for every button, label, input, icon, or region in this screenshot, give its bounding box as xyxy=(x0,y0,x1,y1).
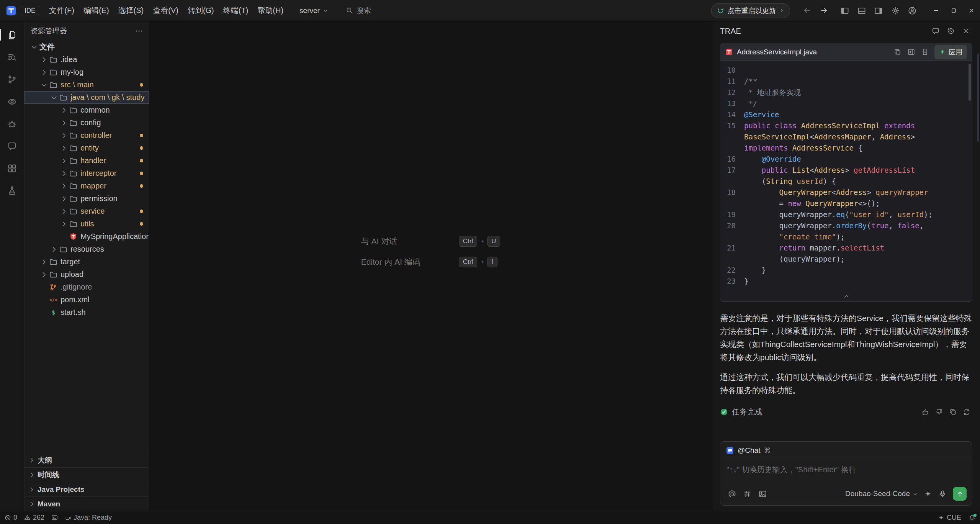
maximize-button[interactable] xyxy=(945,0,962,21)
hash-button[interactable] xyxy=(741,488,753,499)
tree-item-interceptor[interactable]: interceptor xyxy=(25,167,149,180)
more-actions-icon[interactable] xyxy=(135,27,143,35)
sidebar-section-java-projects[interactable]: Java Projects xyxy=(25,482,149,496)
tree-item-my-log[interactable]: my-log xyxy=(25,66,149,79)
send-button[interactable] xyxy=(953,487,967,501)
account-icon xyxy=(908,7,916,15)
activity-extensions[interactable] xyxy=(0,157,25,179)
arrow-right-button[interactable] xyxy=(817,4,831,18)
activity-flask[interactable] xyxy=(0,179,25,201)
close-button[interactable] xyxy=(960,25,972,37)
copy-button[interactable] xyxy=(892,46,903,58)
chat-input[interactable]: "↑↓" 切换历史输入，"Shift+Enter" 换行 xyxy=(720,459,972,484)
tree-item-start.sh[interactable]: $start.sh xyxy=(25,306,149,319)
model-selector[interactable]: Doubao-Seed-Code xyxy=(845,490,918,498)
gear-button[interactable] xyxy=(888,4,903,18)
editor-hints: 与 AI 对话Ctrl+UEditor 内 AI 编码Ctrl+I xyxy=(361,236,501,267)
menu-item-4[interactable]: 转到(G) xyxy=(183,3,219,18)
refresh-button[interactable] xyxy=(961,406,972,418)
tree-item-myspringapplication.java[interactable]: MySpringApplication.java xyxy=(25,230,149,243)
java-status[interactable]: Java: Ready xyxy=(65,514,112,522)
sidebar-section-[interactable]: 大纲 xyxy=(25,453,149,467)
app-logo-icon xyxy=(5,5,17,16)
insert-button[interactable] xyxy=(905,46,917,58)
thumbs-down-button[interactable] xyxy=(933,406,945,418)
history-button[interactable] xyxy=(945,25,957,37)
minimize-icon xyxy=(933,7,939,14)
thumbs-up-button[interactable] xyxy=(919,406,931,418)
context-chip[interactable]: @Chat xyxy=(738,446,760,455)
tree-item-service[interactable]: service xyxy=(25,205,149,218)
tree-item-.gitignore[interactable]: .gitignore xyxy=(25,281,149,293)
run-config-dropdown[interactable]: server xyxy=(299,7,328,15)
activity-files[interactable] xyxy=(0,24,25,46)
panel-right-button[interactable] xyxy=(871,4,886,18)
tree-item-entity[interactable]: entity xyxy=(25,142,149,154)
close-button[interactable] xyxy=(962,0,980,21)
activity-bug[interactable] xyxy=(0,113,25,135)
flask-icon xyxy=(7,186,17,195)
restart-update-button[interactable]: 点击重启以更新 xyxy=(711,3,790,18)
panel-bottom-button[interactable] xyxy=(854,4,869,18)
gear-icon xyxy=(891,7,900,15)
activity-source-control[interactable] xyxy=(0,68,25,90)
tree-item-permission[interactable]: permission xyxy=(25,192,149,205)
activity-search-list[interactable] xyxy=(0,46,25,68)
terminal-status[interactable] xyxy=(51,514,58,521)
code-line: 15public class AddressServiceImpl extend… xyxy=(720,120,972,154)
mic-button[interactable] xyxy=(937,488,948,499)
tree-item-target[interactable]: target xyxy=(25,255,149,268)
problems-errors[interactable]: 0 xyxy=(5,514,17,522)
spark-button[interactable] xyxy=(922,488,934,499)
input-right-group: Doubao-Seed-Code xyxy=(845,487,967,501)
collapse-code-button[interactable] xyxy=(720,291,972,301)
panel-scrollbar[interactable] xyxy=(977,54,979,142)
editor-area[interactable]: 与 AI 对话Ctrl+UEditor 内 AI 编码Ctrl+I xyxy=(149,21,712,511)
tree-item-common[interactable]: common xyxy=(25,104,149,116)
tree-item-controller[interactable]: controller xyxy=(25,129,149,142)
image-button[interactable] xyxy=(756,488,769,499)
diff-button[interactable] xyxy=(919,46,931,58)
sidebar-section-maven[interactable]: Maven xyxy=(25,496,149,511)
menu-item-3[interactable]: 查看(V) xyxy=(148,3,183,18)
copy-button[interactable] xyxy=(947,406,959,418)
tree-item-[interactable]: 文件 xyxy=(25,41,149,53)
menu-item-2[interactable]: 选择(S) xyxy=(114,3,149,18)
tree-item-src-main[interactable]: src \ main xyxy=(25,79,149,91)
arrow-left-button[interactable] xyxy=(800,4,814,18)
feedback-button[interactable] xyxy=(929,25,942,37)
tree-item-handler[interactable]: handler xyxy=(25,154,149,167)
menu-item-6[interactable]: 帮助(H) xyxy=(253,3,288,18)
tree-item-java-com-gk-study[interactable]: java \ com \ gk \ study xyxy=(25,91,149,104)
folder-icon xyxy=(49,258,57,266)
code-scrollbar[interactable] xyxy=(969,64,971,101)
menu-item-5[interactable]: 终端(T) xyxy=(219,3,253,18)
search-box[interactable]: 搜索 xyxy=(346,6,371,16)
tree-item-config[interactable]: config xyxy=(25,116,149,129)
sidebar-section-[interactable]: 时间线 xyxy=(25,467,149,482)
tree-item-.idea[interactable]: .idea xyxy=(25,53,149,66)
tree-item-utils[interactable]: utils xyxy=(25,218,149,230)
panel-title: TRAE xyxy=(720,27,741,36)
notifications-bell[interactable] xyxy=(969,514,975,521)
account-button[interactable] xyxy=(905,4,919,18)
chevron-right-icon xyxy=(60,119,68,127)
activity-eye[interactable] xyxy=(0,90,25,113)
at-button[interactable] xyxy=(726,488,738,499)
hash-icon xyxy=(743,490,751,498)
git-icon xyxy=(49,283,57,291)
tree-item-pom.xml[interactable]: </>pom.xml xyxy=(25,293,149,306)
menu-item-0[interactable]: 文件(F) xyxy=(44,3,79,18)
menu-item-1[interactable]: 编辑(E) xyxy=(79,3,114,18)
minimize-button[interactable] xyxy=(927,0,945,21)
input-extra-icons xyxy=(922,488,948,499)
activity-chat[interactable] xyxy=(0,135,25,157)
cue-status[interactable]: CUE xyxy=(938,514,961,522)
apply-button[interactable]: 应用 xyxy=(934,45,967,59)
tree-item-upload[interactable]: upload xyxy=(25,268,149,281)
tree-item-mapper[interactable]: mapper xyxy=(25,180,149,192)
panel-left-button[interactable] xyxy=(838,4,852,18)
tree-item-resources[interactable]: resources xyxy=(25,243,149,255)
line-number: 23 xyxy=(720,276,744,287)
problems-warnings[interactable]: 262 xyxy=(24,514,44,522)
